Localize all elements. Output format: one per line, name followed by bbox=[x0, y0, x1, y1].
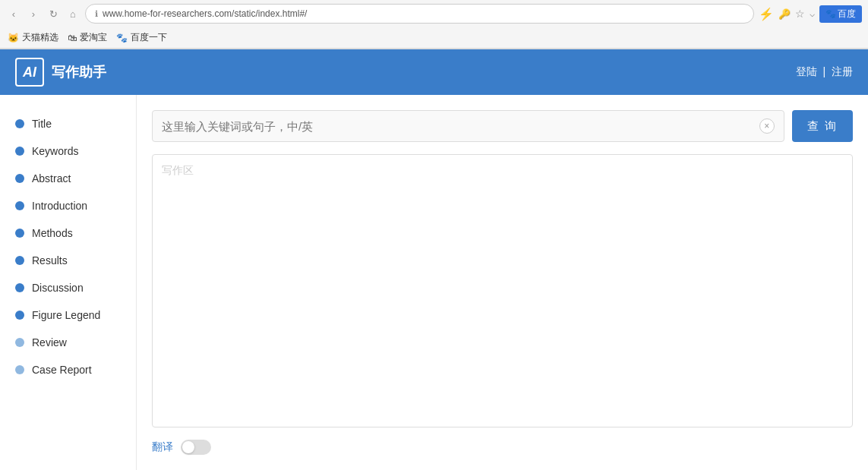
sidebar-label-keywords: Keywords bbox=[32, 145, 78, 157]
content-area: × 查 询 写作区 翻译 bbox=[137, 95, 868, 470]
tianmao-label: 天猫精选 bbox=[22, 31, 58, 44]
sidebar-label-methods: Methods bbox=[32, 227, 73, 239]
sidebar-dot-methods bbox=[15, 229, 24, 238]
sidebar-label-case-report: Case Report bbox=[32, 364, 92, 376]
url-path: /static/index.html#/ bbox=[232, 8, 307, 19]
sidebar-item-introduction[interactable]: Introduction bbox=[0, 192, 136, 219]
bookmark-baidu[interactable]: 🐾 百度一下 bbox=[116, 31, 167, 44]
sidebar-label-title: Title bbox=[32, 118, 52, 130]
browser-chrome: ‹ › ↻ ⌂ ℹ www.home-for-researchers.com/s… bbox=[0, 0, 868, 49]
baidu-button[interactable]: 🐾 百度 bbox=[819, 5, 862, 23]
sidebar-dot-figure-legend bbox=[15, 311, 24, 320]
sidebar-dot-case-report bbox=[15, 365, 24, 374]
sidebar-dot-results bbox=[15, 256, 24, 265]
sidebar-dot-abstract bbox=[15, 174, 24, 183]
address-bar[interactable]: ℹ www.home-for-researchers.com/static/in… bbox=[85, 4, 754, 24]
sidebar-item-review[interactable]: Review bbox=[0, 329, 136, 356]
address-text: www.home-for-researchers.com/static/inde… bbox=[103, 8, 307, 19]
sidebar-item-keywords[interactable]: Keywords bbox=[0, 137, 136, 165]
aitaobao-label: 爱淘宝 bbox=[80, 31, 107, 44]
sidebar-item-case-report[interactable]: Case Report bbox=[0, 356, 136, 383]
clear-icon: × bbox=[764, 121, 769, 131]
sidebar-dot-discussion bbox=[15, 283, 24, 292]
baidu-bookmark-label: 百度一下 bbox=[131, 31, 167, 44]
bookmarks-bar: 🐱 天猫精选 🛍 爱淘宝 🐾 百度一下 bbox=[0, 27, 868, 49]
search-bar: × 查 询 bbox=[152, 110, 853, 142]
chevron-down-icon[interactable]: ⌵ bbox=[810, 8, 815, 19]
sidebar-item-figure-legend[interactable]: Figure Legend bbox=[0, 301, 136, 329]
translation-label: 翻译 bbox=[152, 440, 173, 454]
translation-row: 翻译 bbox=[152, 440, 853, 455]
auth-divider: | bbox=[822, 65, 825, 77]
login-link[interactable]: 登陆 bbox=[796, 65, 817, 77]
aitaobao-icon: 🛍 bbox=[68, 33, 77, 43]
nav-forward-button[interactable]: › bbox=[26, 6, 41, 21]
sidebar-dot-review bbox=[15, 338, 24, 347]
search-button[interactable]: 查 询 bbox=[792, 110, 853, 142]
nav-refresh-button[interactable]: ↻ bbox=[46, 6, 61, 21]
search-input[interactable] bbox=[162, 120, 759, 133]
register-link[interactable]: 注册 bbox=[832, 65, 853, 77]
baidu-icon: 🐾 bbox=[825, 9, 836, 19]
sidebar-label-results: Results bbox=[32, 254, 68, 267]
nav-home-button[interactable]: ⌂ bbox=[65, 6, 80, 21]
sidebar-dot-keywords bbox=[15, 147, 24, 156]
sidebar-label-review: Review bbox=[32, 336, 67, 349]
nav-back-button[interactable]: ‹ bbox=[6, 6, 21, 21]
sidebar-item-discussion[interactable]: Discussion bbox=[0, 274, 136, 301]
search-input-wrapper[interactable]: × bbox=[152, 110, 784, 142]
sidebar-label-abstract: Abstract bbox=[32, 172, 71, 185]
app-container: AI 写作助手 登陆 | 注册 Title Keywords Abstract bbox=[0, 49, 868, 470]
app-header: AI 写作助手 登陆 | 注册 bbox=[0, 49, 868, 95]
main-content: Title Keywords Abstract Introduction Met… bbox=[0, 95, 868, 470]
app-name: 写作助手 bbox=[52, 63, 106, 81]
writing-placeholder: 写作区 bbox=[162, 164, 194, 178]
sidebar-label-discussion: Discussion bbox=[32, 282, 84, 294]
sidebar-item-results[interactable]: Results bbox=[0, 247, 136, 274]
sidebar-label-figure-legend: Figure Legend bbox=[32, 309, 100, 321]
lightning-icon: ⚡ bbox=[759, 7, 774, 21]
key-icon: 🔑 bbox=[778, 8, 791, 20]
baidu-label: 百度 bbox=[838, 8, 856, 21]
bookmark-tianmao[interactable]: 🐱 天猫精选 bbox=[8, 31, 58, 44]
star-icon[interactable]: ☆ bbox=[795, 8, 805, 20]
bookmark-aitaobao[interactable]: 🛍 爱淘宝 bbox=[68, 31, 107, 44]
logo-letters: AI bbox=[23, 65, 36, 80]
header-auth: 登陆 | 注册 bbox=[796, 65, 853, 79]
writing-area[interactable]: 写作区 bbox=[152, 154, 853, 427]
logo-area: AI 写作助手 bbox=[15, 58, 106, 87]
logo-icon: AI bbox=[15, 58, 44, 87]
info-icon: ℹ bbox=[95, 9, 98, 19]
search-clear-button[interactable]: × bbox=[759, 118, 775, 134]
translation-toggle[interactable] bbox=[181, 440, 211, 455]
sidebar-dot-introduction bbox=[15, 201, 24, 210]
sidebar-dot-title bbox=[15, 119, 24, 128]
sidebar: Title Keywords Abstract Introduction Met… bbox=[0, 95, 137, 470]
sidebar-label-introduction: Introduction bbox=[32, 200, 87, 212]
url-domain: www.home-for-researchers.com bbox=[103, 8, 232, 19]
sidebar-item-title[interactable]: Title bbox=[0, 110, 136, 137]
baidu-bookmark-icon: 🐾 bbox=[116, 33, 128, 43]
tianmao-icon: 🐱 bbox=[8, 33, 19, 43]
browser-toolbar: ‹ › ↻ ⌂ ℹ www.home-for-researchers.com/s… bbox=[0, 0, 868, 27]
sidebar-item-abstract[interactable]: Abstract bbox=[0, 165, 136, 192]
sidebar-item-methods[interactable]: Methods bbox=[0, 219, 136, 247]
